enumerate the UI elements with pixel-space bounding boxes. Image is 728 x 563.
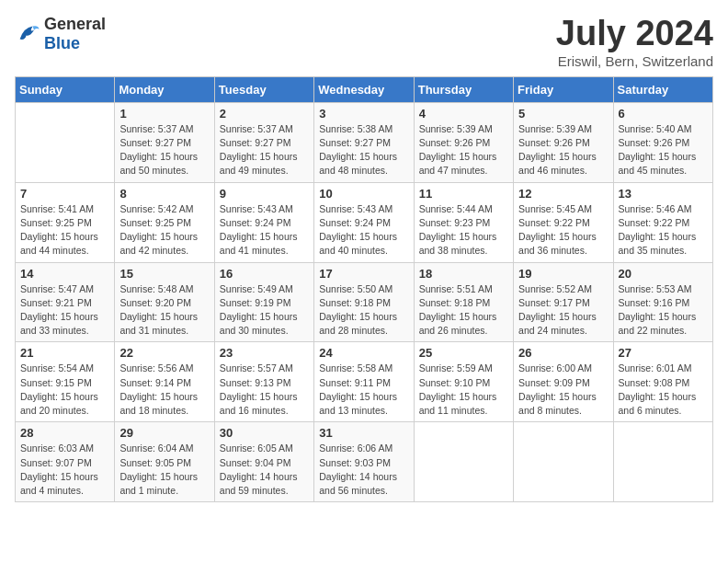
- day-detail: Sunrise: 5:39 AM Sunset: 9:26 PM Dayligh…: [419, 122, 508, 178]
- day-detail: Sunrise: 5:50 AM Sunset: 9:18 PM Dayligh…: [319, 282, 408, 339]
- weekday-header-wednesday: Wednesday: [314, 76, 414, 102]
- calendar-cell: 1Sunrise: 5:37 AM Sunset: 9:27 PM Daylig…: [115, 102, 214, 182]
- calendar-cell: 31Sunrise: 6:06 AM Sunset: 9:03 PM Dayli…: [314, 422, 414, 502]
- calendar-week-row: 28Sunrise: 6:03 AM Sunset: 9:07 PM Dayli…: [16, 422, 713, 502]
- calendar-cell: 2Sunrise: 5:37 AM Sunset: 9:27 PM Daylig…: [214, 102, 313, 182]
- day-number: 27: [619, 346, 708, 360]
- logo: General Blue: [15, 15, 106, 53]
- day-detail: Sunrise: 5:53 AM Sunset: 9:16 PM Dayligh…: [619, 282, 708, 339]
- day-number: 23: [220, 346, 309, 360]
- weekday-header-saturday: Saturday: [613, 76, 712, 102]
- day-detail: Sunrise: 6:04 AM Sunset: 9:05 PM Dayligh…: [119, 442, 209, 498]
- weekday-header-friday: Friday: [514, 76, 613, 102]
- weekday-header-row: SundayMondayTuesdayWednesdayThursdayFrid…: [16, 76, 713, 102]
- calendar-cell: 20Sunrise: 5:53 AM Sunset: 9:16 PM Dayli…: [613, 262, 712, 342]
- calendar-cell: [16, 102, 115, 182]
- day-number: 10: [319, 187, 408, 201]
- day-number: 24: [319, 346, 408, 360]
- calendar-location: Eriswil, Bern, Switzerland: [556, 53, 713, 69]
- logo-general: General: [44, 15, 106, 33]
- day-detail: Sunrise: 5:51 AM Sunset: 9:18 PM Dayligh…: [419, 282, 508, 339]
- day-detail: Sunrise: 6:05 AM Sunset: 9:04 PM Dayligh…: [220, 442, 309, 498]
- day-number: 13: [619, 187, 708, 201]
- day-detail: Sunrise: 5:41 AM Sunset: 9:25 PM Dayligh…: [20, 202, 109, 259]
- calendar-cell: 24Sunrise: 5:58 AM Sunset: 9:11 PM Dayli…: [314, 342, 414, 422]
- day-detail: Sunrise: 5:52 AM Sunset: 9:17 PM Dayligh…: [518, 282, 608, 339]
- weekday-header-tuesday: Tuesday: [214, 76, 313, 102]
- day-number: 30: [220, 426, 309, 440]
- calendar-cell: 8Sunrise: 5:42 AM Sunset: 9:25 PM Daylig…: [115, 182, 214, 262]
- calendar-cell: 17Sunrise: 5:50 AM Sunset: 9:18 PM Dayli…: [314, 262, 414, 342]
- day-detail: Sunrise: 5:54 AM Sunset: 9:15 PM Dayligh…: [20, 362, 109, 418]
- weekday-header-monday: Monday: [115, 76, 214, 102]
- weekday-header-sunday: Sunday: [16, 76, 115, 102]
- weekday-header-thursday: Thursday: [414, 76, 513, 102]
- calendar-cell: 6Sunrise: 5:40 AM Sunset: 9:26 PM Daylig…: [613, 102, 712, 182]
- day-detail: Sunrise: 5:57 AM Sunset: 9:13 PM Dayligh…: [220, 362, 309, 418]
- day-number: 6: [619, 107, 708, 121]
- day-number: 25: [419, 346, 508, 360]
- page-header: General Blue July 2024 Eriswil, Bern, Sw…: [15, 15, 713, 69]
- calendar-table: SundayMondayTuesdayWednesdayThursdayFrid…: [15, 76, 713, 502]
- day-number: 29: [119, 426, 209, 440]
- day-detail: Sunrise: 6:01 AM Sunset: 9:08 PM Dayligh…: [619, 362, 708, 418]
- day-number: 18: [419, 267, 508, 281]
- calendar-cell: 13Sunrise: 5:46 AM Sunset: 9:22 PM Dayli…: [613, 182, 712, 262]
- calendar-cell: 10Sunrise: 5:43 AM Sunset: 9:24 PM Dayli…: [314, 182, 414, 262]
- calendar-cell: [414, 422, 513, 502]
- calendar-cell: 15Sunrise: 5:48 AM Sunset: 9:20 PM Dayli…: [115, 262, 214, 342]
- day-detail: Sunrise: 5:49 AM Sunset: 9:19 PM Dayligh…: [220, 282, 309, 339]
- day-detail: Sunrise: 5:37 AM Sunset: 9:27 PM Dayligh…: [119, 122, 209, 178]
- day-detail: Sunrise: 5:59 AM Sunset: 9:10 PM Dayligh…: [419, 362, 508, 418]
- calendar-cell: 7Sunrise: 5:41 AM Sunset: 9:25 PM Daylig…: [16, 182, 115, 262]
- day-detail: Sunrise: 5:46 AM Sunset: 9:22 PM Dayligh…: [619, 202, 708, 259]
- day-number: 28: [20, 426, 109, 440]
- calendar-week-row: 1Sunrise: 5:37 AM Sunset: 9:27 PM Daylig…: [16, 102, 713, 182]
- day-detail: Sunrise: 5:56 AM Sunset: 9:14 PM Dayligh…: [119, 362, 209, 418]
- day-number: 19: [518, 267, 608, 281]
- day-detail: Sunrise: 5:43 AM Sunset: 9:24 PM Dayligh…: [319, 202, 408, 259]
- calendar-cell: 9Sunrise: 5:43 AM Sunset: 9:24 PM Daylig…: [214, 182, 313, 262]
- day-detail: Sunrise: 5:43 AM Sunset: 9:24 PM Dayligh…: [220, 202, 309, 259]
- calendar-week-row: 14Sunrise: 5:47 AM Sunset: 9:21 PM Dayli…: [16, 262, 713, 342]
- calendar-cell: 23Sunrise: 5:57 AM Sunset: 9:13 PM Dayli…: [214, 342, 313, 422]
- day-number: 26: [518, 346, 608, 360]
- day-detail: Sunrise: 5:40 AM Sunset: 9:26 PM Dayligh…: [619, 122, 708, 178]
- calendar-cell: 19Sunrise: 5:52 AM Sunset: 9:17 PM Dayli…: [514, 262, 613, 342]
- day-number: 1: [119, 107, 209, 121]
- calendar-cell: 11Sunrise: 5:44 AM Sunset: 9:23 PM Dayli…: [414, 182, 513, 262]
- day-detail: Sunrise: 5:38 AM Sunset: 9:27 PM Dayligh…: [319, 122, 408, 178]
- day-number: 8: [119, 187, 209, 201]
- calendar-cell: 5Sunrise: 5:39 AM Sunset: 9:26 PM Daylig…: [514, 102, 613, 182]
- calendar-cell: 30Sunrise: 6:05 AM Sunset: 9:04 PM Dayli…: [214, 422, 313, 502]
- day-number: 12: [518, 187, 608, 201]
- day-detail: Sunrise: 5:47 AM Sunset: 9:21 PM Dayligh…: [20, 282, 109, 339]
- day-number: 31: [319, 426, 408, 440]
- logo-bird-icon: [15, 21, 40, 47]
- day-detail: Sunrise: 6:03 AM Sunset: 9:07 PM Dayligh…: [20, 442, 109, 498]
- calendar-cell: 28Sunrise: 6:03 AM Sunset: 9:07 PM Dayli…: [16, 422, 115, 502]
- day-detail: Sunrise: 5:37 AM Sunset: 9:27 PM Dayligh…: [220, 122, 309, 178]
- day-detail: Sunrise: 5:45 AM Sunset: 9:22 PM Dayligh…: [518, 202, 608, 259]
- day-number: 21: [20, 346, 109, 360]
- title-block: July 2024 Eriswil, Bern, Switzerland: [556, 15, 713, 69]
- calendar-week-row: 21Sunrise: 5:54 AM Sunset: 9:15 PM Dayli…: [16, 342, 713, 422]
- day-number: 22: [119, 346, 209, 360]
- day-number: 20: [619, 267, 708, 281]
- day-number: 5: [518, 107, 608, 121]
- day-detail: Sunrise: 5:44 AM Sunset: 9:23 PM Dayligh…: [419, 202, 508, 259]
- calendar-cell: 22Sunrise: 5:56 AM Sunset: 9:14 PM Dayli…: [115, 342, 214, 422]
- calendar-cell: 4Sunrise: 5:39 AM Sunset: 9:26 PM Daylig…: [414, 102, 513, 182]
- calendar-cell: 18Sunrise: 5:51 AM Sunset: 9:18 PM Dayli…: [414, 262, 513, 342]
- day-detail: Sunrise: 5:58 AM Sunset: 9:11 PM Dayligh…: [319, 362, 408, 418]
- day-number: 9: [220, 187, 309, 201]
- calendar-cell: 26Sunrise: 6:00 AM Sunset: 9:09 PM Dayli…: [514, 342, 613, 422]
- day-detail: Sunrise: 5:48 AM Sunset: 9:20 PM Dayligh…: [119, 282, 209, 339]
- day-detail: Sunrise: 5:42 AM Sunset: 9:25 PM Dayligh…: [119, 202, 209, 259]
- calendar-cell: 27Sunrise: 6:01 AM Sunset: 9:08 PM Dayli…: [613, 342, 712, 422]
- logo-text: General Blue: [44, 15, 106, 53]
- day-number: 7: [20, 187, 109, 201]
- calendar-cell: 16Sunrise: 5:49 AM Sunset: 9:19 PM Dayli…: [214, 262, 313, 342]
- calendar-cell: [613, 422, 712, 502]
- day-number: 11: [419, 187, 508, 201]
